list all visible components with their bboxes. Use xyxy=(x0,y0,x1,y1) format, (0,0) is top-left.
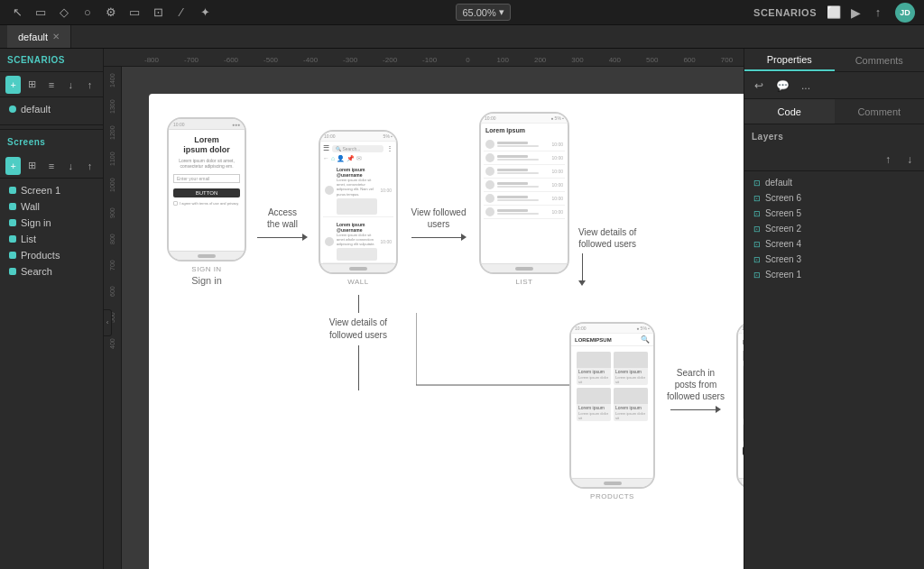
layer-item-default[interactable]: ⊡ default xyxy=(744,175,924,190)
canvas-content[interactable]: 10:00●●● Loremipsum dolor Lorem ipsum do… xyxy=(122,67,744,569)
right-tool-1[interactable]: ↩ xyxy=(750,77,768,95)
screens-section-label: Screens xyxy=(7,137,45,147)
layer-icon-screen5: ⊡ xyxy=(753,209,761,218)
layer-item-screen2[interactable]: ⊡ Screen 2 xyxy=(744,221,924,236)
signin-email-input[interactable]: Enter your email xyxy=(173,174,240,183)
phone-search[interactable]: 10:00● 5% ▪ Lorem ipsum search... ✕ xyxy=(736,322,744,489)
list-item-time-6: 10:00 xyxy=(551,209,563,215)
tab-close-icon[interactable]: ✕ xyxy=(52,32,60,41)
phone-products[interactable]: 10:00● 5% ▪ LOREMIPSUM 🔍 xyxy=(569,322,655,489)
page-item-default[interactable]: default xyxy=(0,101,103,117)
layer-label-screen6: Screen 6 xyxy=(765,193,801,203)
layer-item-screen5[interactable]: ⊡ Screen 5 xyxy=(744,206,924,221)
list-item-title-3 xyxy=(497,169,528,171)
layer-icon-default: ⊡ xyxy=(753,179,761,188)
layers-up-icon[interactable]: ↑ xyxy=(879,151,897,169)
layer-item-screen1[interactable]: ⊡ Screen 1 xyxy=(744,267,924,282)
view-details-label-right: View details offollowed users xyxy=(578,226,636,250)
product-img-2 xyxy=(614,352,648,368)
search-input[interactable]: search... ✕ xyxy=(743,351,744,361)
canvas-area[interactable]: -800 -700 -600 -500 -400 -300 -200 -100 … xyxy=(104,49,744,569)
settings-icon[interactable]: ⚙ xyxy=(103,5,119,21)
products-search-icon[interactable]: 🔍 xyxy=(641,335,650,344)
rect-icon[interactable]: ▭ xyxy=(32,5,49,21)
search-status-bar: 10:00● 5% ▪ xyxy=(738,324,744,334)
sort-up-icon[interactable]: ↑ xyxy=(82,76,97,94)
product-item-4[interactable]: Lorem ipsum Lorem ipsum dolor sit xyxy=(614,388,648,421)
screen-label-wall: WALL xyxy=(347,278,369,286)
tab-properties[interactable]: Properties xyxy=(744,49,835,71)
right-tool-2[interactable]: 💬 xyxy=(773,77,791,95)
screens-list: Screen 1 Wall Sign in List Products xyxy=(0,179,103,569)
connect-icon[interactable]: ∕ xyxy=(173,5,189,21)
add-screen-button[interactable]: + xyxy=(5,157,21,175)
tab-default[interactable]: default ✕ xyxy=(7,25,71,48)
sort-down-icon[interactable]: ↓ xyxy=(63,76,79,94)
code-comment-bar: Code Comment xyxy=(744,99,924,124)
zoom-value: 65.00% xyxy=(462,7,495,18)
avatar[interactable]: JD xyxy=(895,3,915,23)
screen-item-list[interactable]: List xyxy=(0,231,103,247)
play-button[interactable]: ▶ xyxy=(851,5,861,20)
screen-item-signin[interactable]: Sign in xyxy=(0,215,103,231)
phone-wall[interactable]: 10:005% ▪ ☰ 🔍 Search... ⋮ ← xyxy=(319,130,398,274)
grid-view-icon[interactable]: ⊞ xyxy=(24,76,40,94)
phone-signin[interactable]: 10:00●●● Loremipsum dolor Lorem ipsum do… xyxy=(167,117,246,262)
search-button[interactable]: BUTTON xyxy=(743,446,744,455)
wall-post-2: Lorem ipsum @username Lorem ipsum dolor … xyxy=(323,220,393,263)
add-page-button[interactable]: + xyxy=(5,76,21,94)
wall-down-arrow: View details offollowed users xyxy=(319,295,398,390)
screen-icon[interactable]: ▭ xyxy=(126,5,143,21)
screen-item-products[interactable]: Products xyxy=(0,247,103,263)
product-item-2[interactable]: Lorem ipsum Lorem ipsum dolor sit xyxy=(614,352,648,385)
list-item-title-4 xyxy=(497,182,528,185)
pages-list: default xyxy=(0,97,103,121)
layers-down-icon[interactable]: ↓ xyxy=(901,151,919,169)
phone-home-wall xyxy=(349,267,367,271)
diamond-icon[interactable]: ◇ xyxy=(56,5,72,21)
screen-item-search[interactable]: Search xyxy=(0,263,103,280)
signin-button[interactable]: BUTTON xyxy=(173,188,240,197)
wall-status-bar: 10:005% ▪ xyxy=(320,132,396,142)
circle-icon[interactable]: ○ xyxy=(79,5,96,21)
right-toolbar: ↩ 💬 ... xyxy=(744,72,924,99)
screen-item-screen1[interactable]: Screen 1 xyxy=(0,182,103,198)
tab-comments[interactable]: Comments xyxy=(835,49,925,71)
screen-item-wall[interactable]: Wall xyxy=(0,198,103,215)
hand-icon[interactable]: ✦ xyxy=(197,5,213,21)
right-tool-3[interactable]: ... xyxy=(797,77,815,95)
zoom-control[interactable]: 65.00% ▾ xyxy=(456,4,510,21)
search-result-area xyxy=(743,365,744,419)
screens-section: Screens + ⊞ ≡ ↓ ↑ Screen 1 Wall xyxy=(0,129,103,569)
list-view-icon[interactable]: ≡ xyxy=(43,76,59,94)
layer-item-screen4[interactable]: ⊡ Screen 4 xyxy=(744,236,924,252)
arrow-view-details-right: View details offollowed users xyxy=(578,226,636,286)
screens-sort-up[interactable]: ↑ xyxy=(82,157,97,175)
sidebar-collapse-button[interactable]: ‹ xyxy=(103,309,112,336)
code-tab[interactable]: Code xyxy=(744,99,835,124)
phone-notch: 10:00●●● xyxy=(169,119,245,130)
wall-search[interactable]: 🔍 Search... xyxy=(332,145,383,152)
sidebar-toolbar: + ⊞ ≡ ↓ ↑ xyxy=(0,72,103,97)
layer-item-screen3[interactable]: ⊡ Screen 3 xyxy=(744,252,924,267)
phone-list[interactable]: 10:00● 5% ▪ Lorem ipsum xyxy=(479,112,569,274)
main: SCENARIOS + ⊞ ≡ ↓ ↑ default Screens + ⊞ … xyxy=(0,49,924,569)
screens-sort-down[interactable]: ↓ xyxy=(63,157,79,175)
post1-text: Lorem ipsum dolor sit amet, consectetur … xyxy=(337,178,377,197)
products-status-bar: 10:00● 5% ▪ xyxy=(571,324,653,334)
pointer-icon[interactable]: ↖ xyxy=(9,5,25,21)
checkbox[interactable] xyxy=(173,201,178,206)
image-icon[interactable]: ⊡ xyxy=(150,5,166,21)
share-icon[interactable]: ↑ xyxy=(870,5,886,21)
layer-item-screen6[interactable]: ⊡ Screen 6 xyxy=(744,190,924,206)
monitor-icon[interactable]: ⬜ xyxy=(826,5,842,21)
comment-tab[interactable]: Comment xyxy=(835,99,925,124)
list-status-bar: 10:00● 5% ▪ xyxy=(481,114,568,124)
product-item-1[interactable]: Lorem ipsum Lorem ipsum dolor sit xyxy=(577,352,611,385)
products-col: 10:00● 5% ▪ LOREMIPSUM 🔍 xyxy=(569,322,655,500)
wall-col: 10:005% ▪ ☰ 🔍 Search... ⋮ ← xyxy=(319,130,398,286)
screens-list-icon[interactable]: ≡ xyxy=(43,157,59,175)
product-item-3[interactable]: Lorem ipsum Lorem ipsum dolor sit xyxy=(577,388,611,421)
screen-label-signin: SIGN IN xyxy=(191,265,221,273)
screens-grid-icon[interactable]: ⊞ xyxy=(24,157,40,175)
